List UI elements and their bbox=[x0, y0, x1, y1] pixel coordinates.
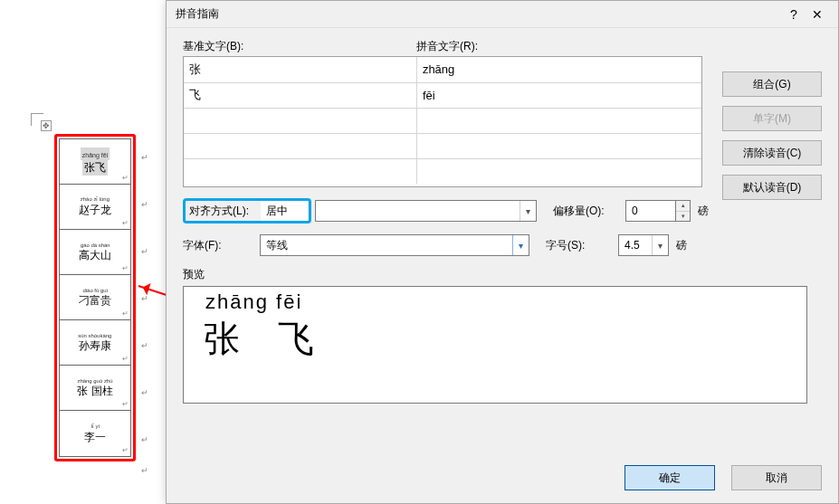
ruby-text: diāo fù guì bbox=[82, 287, 108, 292]
ruby-text: gāo dà shān bbox=[81, 242, 110, 247]
spin-down-icon[interactable]: ▾ bbox=[676, 212, 690, 222]
table-row[interactable]: zhào zǐ lóng 赵子龙 ↵ bbox=[60, 185, 130, 230]
cancel-button[interactable]: 取消 bbox=[731, 465, 822, 490]
base-cell[interactable] bbox=[184, 108, 416, 133]
base-text: 孙寿康 bbox=[79, 338, 111, 354]
ruby-text: zhāng fēi bbox=[82, 152, 108, 158]
para-mark: ↵ bbox=[141, 435, 148, 444]
ruby-cell[interactable] bbox=[416, 158, 701, 184]
dialog-title: 拼音指南 bbox=[176, 6, 782, 22]
ruby-text: zhāng guó zhù bbox=[77, 377, 112, 383]
base-text: 张飞 bbox=[84, 161, 106, 174]
ruby-cell[interactable]: fēi bbox=[416, 82, 701, 108]
size-combo[interactable]: 4.5 ▾ bbox=[618, 234, 669, 256]
base-text: 刁富贵 bbox=[79, 293, 111, 309]
table-move-handle[interactable]: ✥ bbox=[41, 120, 52, 131]
para-mark: ↵ bbox=[122, 446, 129, 454]
titlebar: 拼音指南 ? ✕ bbox=[167, 1, 838, 28]
ruby-cell[interactable]: zhāng bbox=[416, 57, 701, 82]
offset-input[interactable]: 0 bbox=[625, 200, 676, 222]
para-mark: ↵ bbox=[141, 466, 148, 475]
base-cell[interactable]: 张 bbox=[184, 57, 416, 82]
para-mark: ↵ bbox=[122, 219, 129, 227]
table-row[interactable]: gāo dà shān 高大山 ↵ bbox=[60, 230, 130, 275]
preview-pinyin: zhāng fēi bbox=[202, 290, 788, 314]
offset-unit: 磅 bbox=[698, 204, 709, 219]
para-mark: ↵ bbox=[122, 400, 129, 408]
para-mark: ↵ bbox=[141, 200, 148, 209]
spin-up-icon[interactable]: ▴ bbox=[676, 201, 690, 212]
preview-chars: 张 飞 bbox=[202, 314, 788, 364]
alignment-value: 居中 bbox=[261, 204, 308, 219]
annotated-sample-table: zhāng fēi 张飞↵ zhào zǐ lóng 赵子龙 ↵ gāo dà … bbox=[54, 134, 136, 461]
ruby-text: lǐ yī bbox=[91, 423, 99, 429]
table-row[interactable]: sūn shòukāng 孙寿康 ↵ bbox=[60, 320, 130, 366]
default-reading-button[interactable]: 默认读音(D) bbox=[722, 175, 822, 200]
ok-button[interactable]: 确定 bbox=[624, 465, 715, 490]
table-row[interactable]: lǐ yī 李一 ↵ bbox=[60, 411, 130, 456]
para-mark: ↵ bbox=[141, 247, 148, 256]
base-cell[interactable] bbox=[184, 133, 416, 158]
base-cell[interactable]: 飞 bbox=[184, 82, 416, 108]
para-mark: ↵ bbox=[122, 355, 129, 363]
base-cell[interactable] bbox=[184, 158, 416, 184]
chevron-down-icon: ▾ bbox=[520, 201, 536, 221]
base-text: 赵子龙 bbox=[79, 203, 111, 218]
size-value: 4.5 bbox=[619, 239, 652, 252]
size-unit: 磅 bbox=[676, 238, 687, 253]
alignment-label: 对齐方式(L): bbox=[186, 204, 261, 219]
offset-spinner[interactable]: ▴ ▾ bbox=[676, 200, 691, 222]
para-mark: ↵ bbox=[141, 153, 148, 162]
single-button: 单字(M) bbox=[722, 106, 822, 131]
help-button[interactable]: ? bbox=[782, 3, 806, 26]
base-text: 张 国柱 bbox=[77, 384, 112, 399]
preview-pane: zhāng fēi 张 飞 bbox=[183, 286, 807, 404]
para-mark: ↵ bbox=[122, 174, 129, 182]
para-mark: ↵ bbox=[141, 341, 148, 350]
font-label: 字体(F): bbox=[183, 238, 260, 253]
offset-value: 0 bbox=[626, 204, 675, 217]
table-row[interactable]: diāo fù guì 刁富贵 ↵ bbox=[60, 275, 130, 320]
para-mark: ↵ bbox=[141, 294, 148, 303]
base-text-label: 基准文字(B): bbox=[183, 37, 416, 56]
offset-label: 偏移量(O): bbox=[553, 204, 625, 219]
para-mark: ↵ bbox=[141, 388, 148, 397]
preview-label: 预览 bbox=[183, 267, 822, 282]
combine-button[interactable]: 组合(G) bbox=[722, 71, 822, 97]
ruby-cell[interactable] bbox=[416, 133, 701, 158]
chevron-down-icon: ▾ bbox=[652, 235, 668, 255]
close-button[interactable]: ✕ bbox=[806, 3, 829, 26]
table-row[interactable]: zhāng guó zhù 张 国柱 ↵ bbox=[60, 366, 130, 411]
font-value: 等线 bbox=[261, 238, 512, 253]
clear-reading-button[interactable]: 清除读音(C) bbox=[722, 140, 822, 166]
ruby-text-label: 拼音文字(R): bbox=[416, 37, 478, 56]
ruby-cell[interactable] bbox=[416, 108, 701, 133]
base-text: 高大山 bbox=[79, 248, 111, 263]
base-text: 李一 bbox=[84, 430, 106, 445]
text-grid[interactable]: 张 zhāng 飞 fēi bbox=[183, 56, 702, 187]
chevron-down-icon: ▾ bbox=[512, 235, 529, 255]
para-mark: ↵ bbox=[122, 264, 129, 272]
phonetic-guide-dialog: 拼音指南 ? ✕ 基准文字(B): 拼音文字(R): 张 zhāng 飞 fēi… bbox=[166, 0, 839, 504]
font-combo[interactable]: 等线 ▾ bbox=[260, 234, 529, 256]
table-row[interactable]: zhāng fēi 张飞↵ bbox=[60, 139, 130, 185]
size-label: 字号(S): bbox=[546, 238, 618, 253]
alignment-combo[interactable]: ▾ bbox=[315, 200, 537, 222]
ruby-text: zhào zǐ lóng bbox=[81, 196, 110, 203]
word-document-area: ✥ zhāng fēi 张飞↵ zhào zǐ lóng 赵子龙 ↵ gāo d… bbox=[0, 5, 166, 504]
para-mark: ↵ bbox=[122, 309, 129, 318]
ruby-text: sūn shòukāng bbox=[78, 332, 111, 338]
